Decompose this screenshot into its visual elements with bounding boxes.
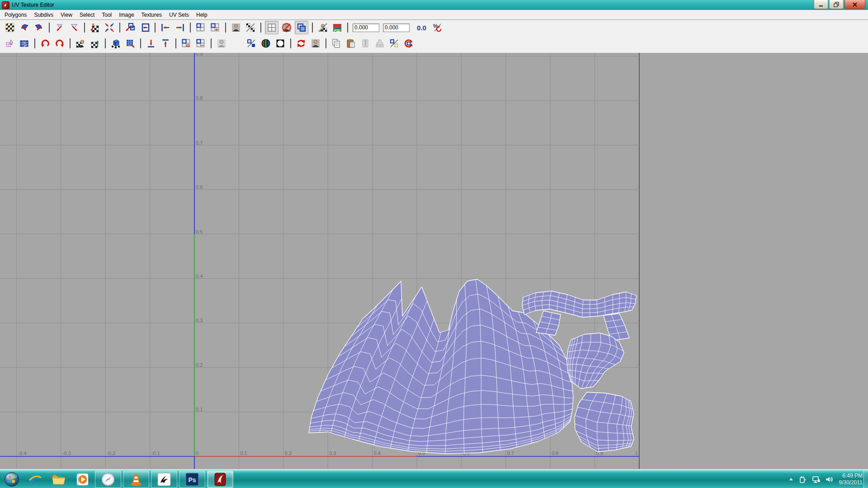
u-coordinate-field[interactable] [353, 23, 379, 32]
network-tray-button[interactable] [811, 475, 821, 483]
arrows-in-icon [104, 22, 115, 33]
v-tick-label: 0.9 [196, 53, 203, 56]
rotate-ccw-button[interactable] [39, 37, 52, 50]
grid-cursor-icon [19, 38, 30, 49]
set-min-u-button[interactable] [159, 21, 172, 34]
hidden-icons-icon [788, 476, 794, 483]
unfold-constraint-button[interactable] [103, 21, 116, 34]
menu-uv-sets[interactable]: UV Sets [165, 10, 193, 19]
use-image-button[interactable] [309, 37, 322, 50]
menu-view[interactable]: View [57, 10, 76, 19]
toggle-grid-button[interactable] [265, 21, 278, 34]
paste-v-disabled-button[interactable] [373, 37, 386, 50]
v-coordinate-field[interactable] [383, 23, 410, 32]
taskbar-maya[interactable] [207, 471, 233, 488]
copy-paste-options-button[interactable] [388, 37, 401, 50]
menu-image[interactable]: Image [115, 10, 137, 19]
svg-text:PSD: PSD [334, 29, 340, 32]
toggle-shaded-button[interactable] [295, 21, 308, 34]
uv-snapshot-button[interactable] [230, 21, 242, 34]
person-off-icon [281, 22, 292, 33]
strap-left-shell[interactable] [536, 311, 561, 335]
set-max-u-button[interactable] [174, 21, 186, 34]
display-rgb-button[interactable] [259, 37, 272, 50]
paste-uv-button[interactable] [344, 37, 357, 50]
lower-blob-shell[interactable] [575, 392, 634, 452]
menu-textures[interactable]: Textures [138, 10, 165, 19]
paste-icon [345, 38, 356, 49]
menu-help[interactable]: Help [193, 10, 211, 19]
tile-view-button[interactable] [194, 21, 207, 34]
layout-uv-button[interactable] [124, 21, 137, 34]
snap-grid-button[interactable] [124, 37, 137, 50]
align-min-v-button[interactable] [145, 37, 157, 50]
flip-v-button[interactable] [33, 21, 45, 34]
relax-uv-button[interactable] [109, 37, 122, 50]
checker-person-icon [75, 38, 86, 49]
cycle-rotate-button[interactable] [402, 37, 415, 50]
flip-layout-button[interactable] [74, 37, 87, 50]
u-tick-label: -0.1 [151, 450, 160, 456]
restore-button[interactable] [829, 0, 844, 9]
menu-select[interactable]: Select [76, 10, 98, 19]
person-icon [310, 38, 321, 49]
move-uv-shell-tool-button[interactable] [18, 37, 31, 50]
flip-u-button[interactable] [18, 21, 31, 34]
power-tray-button[interactable] [799, 475, 807, 483]
tile-add-button[interactable]: + [209, 21, 222, 34]
sleeve-shell[interactable] [567, 333, 624, 389]
taskbar-zbrush[interactable] [151, 471, 177, 488]
menu-bar: PolygonsSubdivsViewSelectToolImageTextur… [0, 10, 868, 20]
taskbar-safari[interactable] [95, 471, 121, 488]
close-button[interactable] [844, 0, 865, 9]
show-desktop-button[interactable] [863, 470, 868, 488]
layout-region-button[interactable] [138, 21, 151, 34]
taskbar-clock[interactable]: 6:49 PM9/30/2011 [839, 473, 863, 486]
align-max-v-button[interactable] [159, 37, 172, 50]
toggle-image-button[interactable] [280, 21, 293, 34]
uv-lattice-tool-button[interactable] [4, 37, 16, 50]
refresh-image-button[interactable] [295, 37, 307, 50]
tile-minus-button[interactable]: − [194, 37, 207, 50]
menu-polygons[interactable]: Polygons [1, 10, 30, 19]
taskbar-photoshop[interactable]: Ps [179, 471, 205, 488]
display-checker-button[interactable] [244, 21, 257, 34]
display-alpha-button[interactable] [274, 37, 287, 50]
start-button[interactable] [3, 471, 21, 488]
bar-left-icon [160, 22, 171, 33]
tri-rot-r-icon [69, 22, 80, 33]
snapshot-disabled-button[interactable] [215, 37, 228, 50]
maya-app-icon [2, 1, 9, 9]
overlap-squares-icon [296, 22, 307, 33]
hiddens-icon-tray-button[interactable] [788, 476, 794, 483]
taskbar-internet-explorer[interactable]: e [26, 471, 44, 488]
toolbar-gap [229, 43, 244, 44]
taskbar-windows-explorer[interactable] [50, 471, 68, 488]
tile-circle-button[interactable]: o [180, 37, 193, 50]
power-icon [799, 475, 807, 483]
rotate-uv-ccw-button[interactable] [53, 21, 66, 34]
u-tick-label: 0.3 [329, 450, 336, 456]
refresh-ratio-button[interactable]: % [431, 21, 443, 34]
toggle-texture-borders-button[interactable] [316, 21, 329, 34]
copy-uv-button[interactable] [330, 37, 343, 50]
paste-u-disabled-button[interactable] [359, 37, 372, 50]
volume-tray-button[interactable] [825, 475, 833, 483]
taskbar-vlc[interactable] [123, 471, 149, 488]
display-percent-button[interactable] [245, 37, 258, 50]
rotate-cw-button[interactable] [53, 37, 66, 50]
flip-blue2-icon [33, 22, 44, 33]
vlc-icon [129, 472, 143, 487]
rotate-uv-cw-button[interactable] [68, 21, 80, 34]
minimize-button[interactable] [814, 0, 828, 9]
uv-editor-canvas[interactable]: -0.4-0.3-0.2-0.100.10.20.30.40.50.60.70.… [0, 53, 868, 469]
unfold-uv-button[interactable] [89, 21, 101, 34]
straighten-uv-button[interactable] [89, 37, 101, 50]
waistband-shell[interactable] [522, 291, 637, 317]
uv-checker-select-button[interactable] [4, 21, 16, 34]
grid-dots-arrow-icon [125, 38, 136, 49]
menu-tool[interactable]: Tool [98, 10, 115, 19]
taskbar-media-player[interactable] [73, 471, 91, 488]
menu-subdivs[interactable]: Subdivs [30, 10, 57, 19]
update-psd-button[interactable]: PSD [331, 21, 344, 34]
